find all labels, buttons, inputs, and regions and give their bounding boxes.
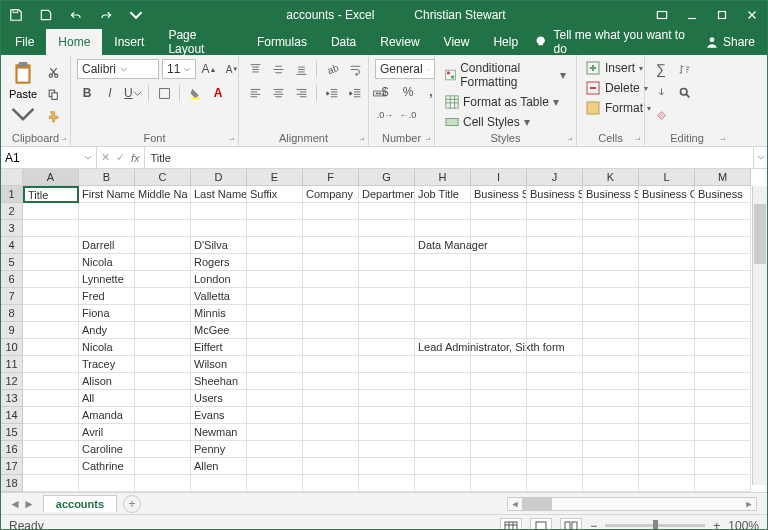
- cell[interactable]: [23, 407, 79, 424]
- cell[interactable]: Allen: [191, 458, 247, 475]
- clear-icon[interactable]: [651, 105, 671, 125]
- cell[interactable]: [695, 322, 751, 339]
- cell[interactable]: [639, 203, 695, 220]
- cell[interactable]: [135, 424, 191, 441]
- cell[interactable]: [583, 339, 639, 356]
- cell[interactable]: [527, 237, 583, 254]
- ribbon-display-icon[interactable]: [647, 1, 677, 29]
- cell[interactable]: [303, 390, 359, 407]
- prev-sheet-icon[interactable]: ◄: [9, 497, 21, 511]
- col-header[interactable]: J: [527, 169, 583, 186]
- font-color-icon[interactable]: A: [208, 83, 228, 103]
- formula-input[interactable]: Title: [145, 152, 753, 164]
- cell[interactable]: [415, 475, 471, 492]
- align-bottom-icon[interactable]: [291, 59, 311, 79]
- cell[interactable]: [303, 203, 359, 220]
- cell[interactable]: [415, 254, 471, 271]
- cell[interactable]: [247, 339, 303, 356]
- cell[interactable]: [303, 441, 359, 458]
- cell[interactable]: [415, 322, 471, 339]
- cell[interactable]: [527, 390, 583, 407]
- row-header[interactable]: 18: [1, 475, 23, 492]
- col-header[interactable]: H: [415, 169, 471, 186]
- cell[interactable]: [527, 424, 583, 441]
- cell[interactable]: [527, 356, 583, 373]
- cell[interactable]: Lynnette: [79, 271, 135, 288]
- cell[interactable]: [135, 322, 191, 339]
- tab-page-layout[interactable]: Page Layout: [156, 29, 245, 55]
- cell[interactable]: [359, 390, 415, 407]
- font-size-combo[interactable]: 11: [162, 59, 196, 79]
- cell[interactable]: [135, 475, 191, 492]
- cell[interactable]: [583, 356, 639, 373]
- cell[interactable]: [135, 254, 191, 271]
- cell[interactable]: [247, 475, 303, 492]
- cell[interactable]: [247, 220, 303, 237]
- cell[interactable]: [247, 424, 303, 441]
- cell[interactable]: [247, 441, 303, 458]
- row-header[interactable]: 8: [1, 305, 23, 322]
- italic-icon[interactable]: I: [100, 83, 120, 103]
- wrap-text-icon[interactable]: [345, 59, 365, 79]
- underline-icon[interactable]: U: [123, 83, 143, 103]
- cell[interactable]: [415, 203, 471, 220]
- cell[interactable]: [471, 220, 527, 237]
- cell[interactable]: [583, 390, 639, 407]
- cell[interactable]: [695, 424, 751, 441]
- cell[interactable]: [471, 458, 527, 475]
- cell[interactable]: [695, 373, 751, 390]
- cell[interactable]: [247, 254, 303, 271]
- cell[interactable]: [471, 305, 527, 322]
- cell[interactable]: [23, 373, 79, 390]
- cell[interactable]: [471, 390, 527, 407]
- cell[interactable]: All: [79, 390, 135, 407]
- col-header[interactable]: I: [471, 169, 527, 186]
- cell[interactable]: [583, 407, 639, 424]
- align-right-icon[interactable]: [291, 83, 311, 103]
- cell[interactable]: [135, 220, 191, 237]
- cell[interactable]: [303, 475, 359, 492]
- col-header[interactable]: M: [695, 169, 751, 186]
- col-header[interactable]: L: [639, 169, 695, 186]
- cell[interactable]: [471, 441, 527, 458]
- cell[interactable]: Amanda: [79, 407, 135, 424]
- cell[interactable]: [471, 322, 527, 339]
- align-top-icon[interactable]: [245, 59, 265, 79]
- cell[interactable]: [695, 475, 751, 492]
- cell[interactable]: [135, 305, 191, 322]
- cell[interactable]: [303, 322, 359, 339]
- cell[interactable]: [695, 271, 751, 288]
- cell[interactable]: Caroline: [79, 441, 135, 458]
- format-cells-button[interactable]: Format▾: [583, 99, 653, 117]
- cell[interactable]: [359, 373, 415, 390]
- cell[interactable]: [23, 475, 79, 492]
- autosave-icon[interactable]: [1, 1, 31, 29]
- cell[interactable]: [79, 220, 135, 237]
- cell[interactable]: Business S: [471, 186, 527, 203]
- cell[interactable]: [247, 458, 303, 475]
- spreadsheet-grid[interactable]: ABCDEFGHIJKLM1TitleFirst NameMiddle NaLa…: [1, 169, 767, 492]
- cell[interactable]: [415, 288, 471, 305]
- cell[interactable]: [527, 407, 583, 424]
- cell[interactable]: [527, 220, 583, 237]
- cell[interactable]: [303, 237, 359, 254]
- cell[interactable]: London: [191, 271, 247, 288]
- zoom-in-icon[interactable]: +: [713, 519, 720, 531]
- cell[interactable]: [695, 288, 751, 305]
- row-header[interactable]: 13: [1, 390, 23, 407]
- row-header[interactable]: 1: [1, 186, 23, 203]
- cell[interactable]: [359, 254, 415, 271]
- col-header[interactable]: A: [23, 169, 79, 186]
- align-middle-icon[interactable]: [268, 59, 288, 79]
- cell[interactable]: D'Silva: [191, 237, 247, 254]
- cell[interactable]: Users: [191, 390, 247, 407]
- col-header[interactable]: C: [135, 169, 191, 186]
- autosum-icon[interactable]: ∑: [651, 59, 671, 79]
- cell[interactable]: [303, 407, 359, 424]
- cell[interactable]: [23, 356, 79, 373]
- cell[interactable]: [583, 220, 639, 237]
- cell[interactable]: [639, 220, 695, 237]
- cell[interactable]: [303, 220, 359, 237]
- cell[interactable]: [583, 288, 639, 305]
- tab-data[interactable]: Data: [319, 29, 368, 55]
